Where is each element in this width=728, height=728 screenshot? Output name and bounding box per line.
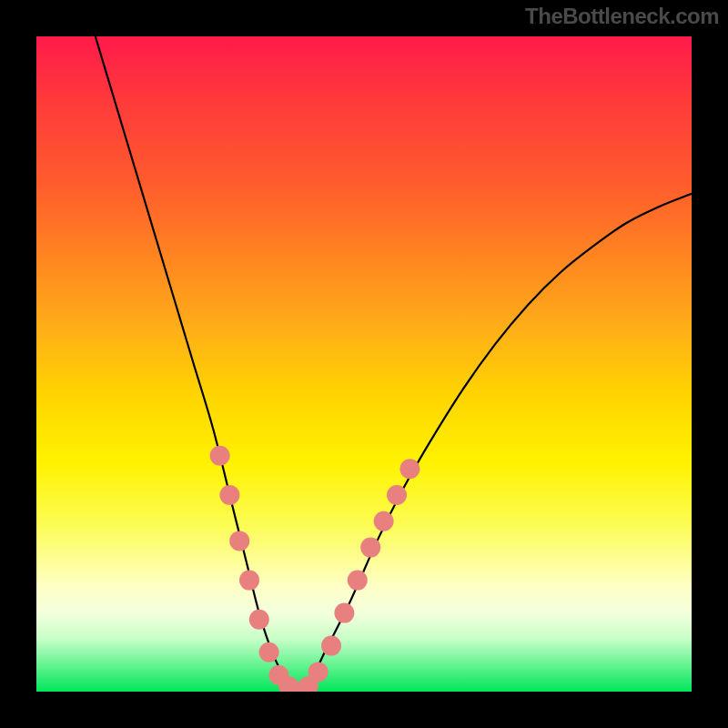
chart-svg (36, 36, 692, 692)
curve-marker (239, 571, 259, 591)
curve-marker (210, 446, 230, 466)
curve-marker (229, 531, 249, 551)
curve-marker (334, 603, 354, 623)
curve-marker (308, 662, 329, 682)
curve-marker (387, 485, 407, 505)
curve-markers (210, 446, 420, 692)
curve-marker (399, 459, 420, 479)
curve-marker (259, 642, 279, 662)
curve-marker (321, 636, 341, 656)
curve-marker (219, 485, 239, 505)
curve-marker (360, 538, 380, 558)
curve-marker (249, 610, 269, 630)
watermark-text: TheBottleneck.com (525, 4, 719, 29)
curve-marker (348, 571, 368, 591)
curve-marker (374, 511, 394, 531)
bottleneck-curve (96, 36, 692, 692)
